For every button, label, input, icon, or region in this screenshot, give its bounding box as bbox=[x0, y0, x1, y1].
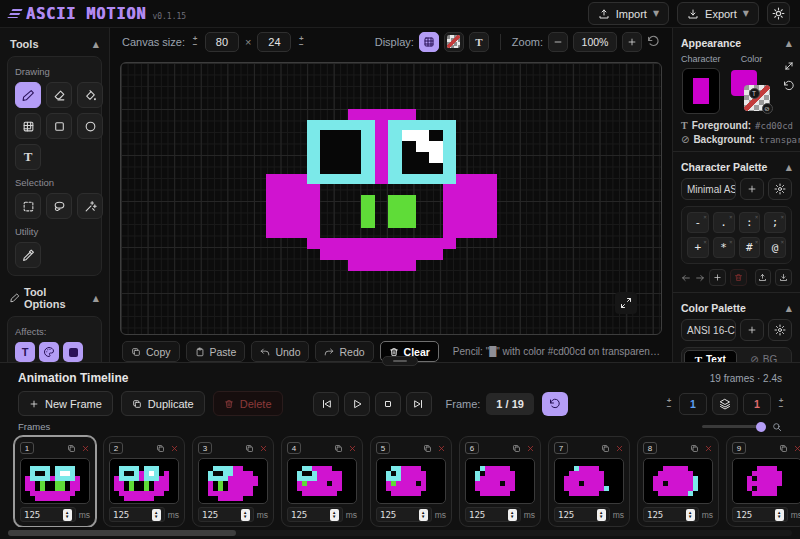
move-char-left-button[interactable] bbox=[681, 273, 691, 283]
delete-frame-icon[interactable] bbox=[526, 444, 535, 453]
palette-character-button[interactable]: .× bbox=[713, 212, 735, 233]
onion-prev-stepper[interactable]: +− bbox=[664, 398, 674, 410]
rect-select-tool-button[interactable] bbox=[15, 193, 41, 219]
duplicate-frame-icon[interactable] bbox=[512, 444, 521, 453]
frame-duration-field[interactable]: 125 ▴▾ bbox=[465, 507, 521, 522]
delete-frame-button[interactable]: Delete bbox=[213, 391, 283, 416]
duration-stepper[interactable]: ▴▾ bbox=[597, 509, 606, 521]
frame-thumbnail[interactable] bbox=[643, 458, 713, 504]
ascii-canvas[interactable] bbox=[120, 62, 662, 335]
stop-button[interactable] bbox=[375, 392, 401, 416]
text-tool-button[interactable]: T bbox=[15, 144, 41, 170]
frame-duration-field[interactable]: 125 ▴▾ bbox=[554, 507, 610, 522]
duration-stepper[interactable]: ▴▾ bbox=[686, 509, 695, 521]
canvas-resize-handle[interactable] bbox=[615, 292, 637, 314]
frame-card[interactable]: 6 125 ▴▾ ms bbox=[459, 436, 541, 527]
rectangle-tool-button[interactable] bbox=[46, 113, 72, 139]
zoom-in-button[interactable] bbox=[622, 32, 642, 52]
frame-duration-field[interactable]: 125 ▴▾ bbox=[20, 507, 76, 522]
paste-button[interactable]: Paste bbox=[186, 341, 246, 362]
frame-duration-field[interactable]: 125 ▴▾ bbox=[732, 507, 788, 522]
palette-character-button[interactable]: *× bbox=[713, 237, 735, 258]
character-palette-settings-button[interactable] bbox=[768, 178, 792, 200]
frame-card[interactable]: 8 125 ▴▾ ms bbox=[637, 436, 719, 527]
delete-frame-icon[interactable] bbox=[259, 444, 268, 453]
add-character-palette-button[interactable] bbox=[740, 178, 764, 200]
duplicate-frame-icon[interactable] bbox=[690, 444, 699, 453]
lasso-tool-button[interactable] bbox=[46, 193, 72, 219]
delete-character-button[interactable] bbox=[730, 269, 747, 286]
duration-stepper[interactable]: ▴▾ bbox=[419, 509, 428, 521]
delete-frame-icon[interactable] bbox=[170, 444, 179, 453]
character-palette-header[interactable]: Character Palette ▲ bbox=[681, 158, 792, 178]
eyedropper-tool-button[interactable] bbox=[15, 242, 41, 268]
char-visibility-toggle-button[interactable]: T bbox=[469, 32, 489, 52]
timeline-collapse-handle[interactable] bbox=[382, 356, 418, 366]
frames-scrollbar[interactable] bbox=[8, 530, 792, 536]
frame-thumbnail[interactable] bbox=[554, 458, 624, 504]
export-palette-button[interactable] bbox=[755, 269, 772, 286]
delete-frame-icon[interactable] bbox=[81, 444, 90, 453]
frame-duration-field[interactable]: 125 ▴▾ bbox=[109, 507, 165, 522]
last-frame-button[interactable] bbox=[406, 392, 432, 416]
duplicate-frame-icon[interactable] bbox=[423, 444, 432, 453]
thumbnail-size-slider[interactable] bbox=[702, 425, 766, 428]
duration-stepper[interactable]: ▴▾ bbox=[330, 509, 339, 521]
frame-thumbnail[interactable] bbox=[465, 458, 535, 504]
color-palette-settings-button[interactable] bbox=[768, 319, 792, 341]
delete-frame-icon[interactable] bbox=[615, 444, 624, 453]
first-frame-button[interactable] bbox=[313, 392, 339, 416]
fill-tool-button[interactable] bbox=[77, 82, 103, 108]
active-character-preview[interactable] bbox=[682, 68, 720, 114]
onion-skin-toggle-button[interactable] bbox=[444, 32, 464, 52]
rectangle-fill-tool-button[interactable] bbox=[15, 113, 41, 139]
frame-card[interactable]: 9 125 ▴▾ ms bbox=[726, 436, 800, 527]
remove-char-icon[interactable]: × bbox=[729, 213, 733, 220]
remove-char-icon[interactable]: × bbox=[703, 238, 707, 245]
color-palette-header[interactable]: Color Palette ▲ bbox=[681, 299, 792, 319]
frame-thumbnail[interactable] bbox=[287, 458, 357, 504]
delete-frame-icon[interactable] bbox=[437, 444, 446, 453]
duration-stepper[interactable]: ▴▾ bbox=[152, 509, 161, 521]
appearance-header[interactable]: Appearance ▲ bbox=[681, 34, 792, 54]
frame-thumbnail[interactable] bbox=[20, 458, 90, 504]
duplicate-frame-icon[interactable] bbox=[601, 444, 610, 453]
onion-prev-input[interactable]: 1 bbox=[679, 393, 707, 415]
frame-duration-field[interactable]: 125 ▴▾ bbox=[643, 507, 699, 522]
delete-frame-icon[interactable] bbox=[348, 444, 357, 453]
palette-character-button[interactable]: #× bbox=[739, 237, 761, 258]
frame-duration-field[interactable]: 125 ▴▾ bbox=[198, 507, 254, 522]
frame-duration-field[interactable]: 125 ▴▾ bbox=[287, 507, 343, 522]
tools-section-header[interactable]: Tools ▲ bbox=[6, 36, 103, 56]
remove-char-icon[interactable]: × bbox=[729, 238, 733, 245]
canvas-width-input[interactable] bbox=[205, 32, 239, 52]
remove-char-icon[interactable]: × bbox=[755, 213, 759, 220]
onion-next-stepper[interactable]: +− bbox=[776, 398, 786, 410]
remove-char-icon[interactable]: × bbox=[703, 213, 707, 220]
delete-frame-icon[interactable] bbox=[704, 444, 713, 453]
remove-char-icon[interactable]: × bbox=[780, 238, 784, 245]
play-button[interactable] bbox=[344, 392, 370, 416]
duplicate-frame-icon[interactable] bbox=[67, 444, 76, 453]
width-stepper[interactable]: +− bbox=[190, 36, 200, 48]
frame-duration-field[interactable]: 125 ▴▾ bbox=[376, 507, 432, 522]
frame-card[interactable]: 5 125 ▴▾ ms bbox=[370, 436, 452, 527]
reset-colors-button[interactable] bbox=[783, 80, 795, 92]
delete-frame-icon[interactable] bbox=[793, 444, 800, 453]
frame-thumbnail[interactable] bbox=[376, 458, 446, 504]
remove-char-icon[interactable]: × bbox=[780, 213, 784, 220]
add-character-button[interactable] bbox=[709, 269, 726, 286]
remove-char-icon[interactable]: × bbox=[755, 238, 759, 245]
duplicate-frame-icon[interactable] bbox=[779, 444, 788, 453]
palette-character-button[interactable]: -× bbox=[687, 212, 709, 233]
redo-button[interactable]: Redo bbox=[315, 341, 373, 362]
move-char-right-button[interactable] bbox=[695, 273, 705, 283]
duplicate-frame-button[interactable]: Duplicate bbox=[121, 391, 205, 416]
import-button[interactable]: Import ▼ bbox=[588, 2, 669, 25]
frame-card[interactable]: 7 125 ▴▾ ms bbox=[548, 436, 630, 527]
grid-toggle-button[interactable] bbox=[419, 32, 439, 52]
swap-colors-button[interactable] bbox=[783, 60, 795, 72]
frame-card[interactable]: 1 125 ▴▾ ms bbox=[14, 436, 96, 527]
copy-button[interactable]: Copy bbox=[122, 341, 180, 362]
add-color-palette-button[interactable] bbox=[740, 319, 764, 341]
